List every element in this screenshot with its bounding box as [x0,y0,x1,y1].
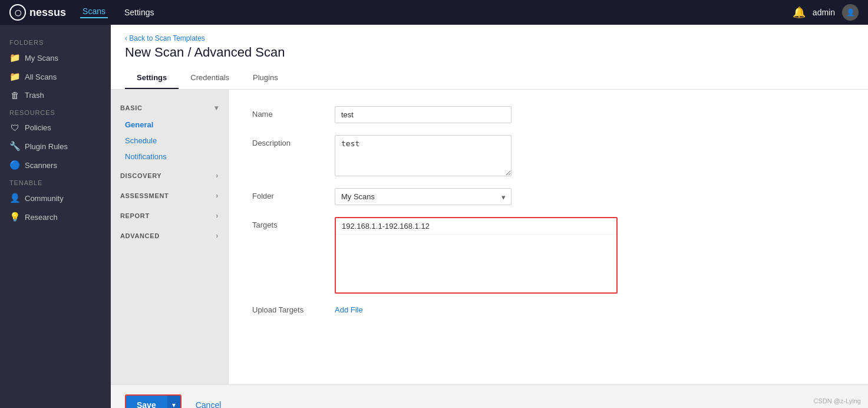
trash-label: Trash [25,91,44,100]
panel-section-advanced: ADVANCED › [111,227,228,245]
research-label: Research [25,213,58,222]
save-button[interactable]: Save [126,396,167,408]
topnav: ◯ nessus Scans Settings 🔔 admin 👤 [0,0,868,25]
tab-credentials[interactable]: Credentials [179,67,241,89]
logo-circle: ◯ [9,4,26,21]
name-label: Name [252,106,335,119]
bell-icon[interactable]: 🔔 [793,6,806,19]
panel-sub-notifications[interactable]: Notifications [111,149,228,164]
trash-icon: 🗑 [9,90,20,100]
main-content: Back to Scan Templates New Scan / Advanc… [111,25,868,408]
avatar: 👤 [842,4,859,21]
sidebar-item-plugin-rules[interactable]: 🔧 Plugin Rules [0,137,111,156]
sidebar-item-trash[interactable]: 🗑 Trash [0,86,111,104]
save-btn-wrapper: Save ▾ [125,394,181,408]
panel-section-assessment: ASSESSMENT › [111,187,228,205]
advanced-label: ADVANCED [120,232,160,239]
report-header[interactable]: REPORT › [111,207,228,225]
panel-section-discovery: DISCOVERY › [111,167,228,185]
sidebar-item-all-scans[interactable]: 📁 All Scans [0,67,111,86]
resources-label: RESOURCES [0,104,111,119]
targets-label: Targets [252,217,335,229]
basic-chevron: ▾ [214,104,219,112]
sidebar-item-community[interactable]: 👤 Community [0,189,111,208]
cancel-button[interactable]: Cancel [189,396,229,408]
nav-scans[interactable]: Scans [80,6,108,18]
research-icon: 💡 [9,212,20,222]
targets-input[interactable] [336,218,616,235]
folder-select-wrapper: My Scans All Scans ▾ [335,188,511,205]
upload-targets-row: Upload Targets Add File [252,305,844,314]
content-area: BASIC ▾ General Schedule Notifications D… [111,90,868,384]
basic-header[interactable]: BASIC ▾ [111,99,228,117]
my-scans-label: My Scans [25,54,58,62]
panel-section-report: REPORT › [111,207,228,225]
sidebar-item-my-scans[interactable]: 📁 My Scans [0,48,111,67]
tab-plugins[interactable]: Plugins [241,67,290,89]
plugin-rules-label: Plugin Rules [25,142,68,151]
panel-sub-general[interactable]: General [111,117,228,133]
form-row-description: Description test [252,135,844,176]
assessment-header[interactable]: ASSESSMENT › [111,187,228,205]
tabs: Settings Credentials Plugins [125,67,854,89]
left-panel: BASIC ▾ General Schedule Notifications D… [111,90,229,384]
community-label: Community [25,194,64,203]
sidebar-item-scanners[interactable]: 🔵 Scanners [0,156,111,175]
save-dropdown-button[interactable]: ▾ [167,396,180,408]
scanners-label: Scanners [25,161,57,170]
discovery-chevron: › [216,172,219,180]
tab-settings[interactable]: Settings [125,67,179,89]
report-label: REPORT [120,212,150,219]
advanced-header[interactable]: ADVANCED › [111,227,228,245]
assessment-label: ASSESSMENT [120,192,169,199]
description-label: Description [252,135,335,147]
my-scans-icon: 📁 [9,52,20,63]
folders-label: FOLDERS [0,34,111,48]
folder-select[interactable]: My Scans All Scans [335,188,511,205]
sidebar-item-policies[interactable]: 🛡 Policies [0,119,111,137]
form-row-targets: Targets [252,217,844,294]
breadcrumb-back[interactable]: Back to Scan Templates [125,34,854,42]
logo-text: nessus [29,6,66,19]
bottom-bar: Save ▾ Cancel [111,384,868,408]
form-row-folder: Folder My Scans All Scans ▾ [252,188,844,205]
topnav-right: 🔔 admin 👤 [793,4,859,21]
panel-sub-schedule[interactable]: Schedule [111,133,228,149]
policies-label: Policies [25,123,51,132]
sidebar: FOLDERS 📁 My Scans 📁 All Scans 🗑 Trash R… [0,25,111,408]
advanced-chevron: › [216,232,219,240]
all-scans-icon: 📁 [9,71,20,82]
plugin-rules-icon: 🔧 [9,141,20,152]
form-panel: Name Description test Folder My Scans Al… [229,90,868,384]
form-row-name: Name [252,106,844,123]
sidebar-item-research[interactable]: 💡 Research [0,208,111,226]
page-title: New Scan / Advanced Scan [125,45,854,60]
page-header: Back to Scan Templates New Scan / Advanc… [111,25,868,90]
scanners-icon: 🔵 [9,160,20,170]
targets-wrapper [335,217,844,294]
discovery-label: DISCOVERY [120,172,161,179]
watermark: CSDN @z-Lying [814,397,861,404]
targets-box [335,217,618,294]
basic-label: BASIC [120,104,143,111]
logo: ◯ nessus [9,4,66,21]
upload-targets-label: Upload Targets [252,305,335,314]
report-chevron: › [216,212,219,220]
assessment-chevron: › [216,192,219,200]
tenable-label: TENABLE [0,175,111,189]
policies-icon: 🛡 [9,123,20,133]
panel-section-basic: BASIC ▾ General Schedule Notifications [111,99,228,164]
all-scans-label: All Scans [25,73,57,81]
nav-settings[interactable]: Settings [122,8,157,17]
folder-label: Folder [252,188,335,200]
community-icon: 👤 [9,193,20,203]
admin-label: admin [813,8,835,17]
discovery-header[interactable]: DISCOVERY › [111,167,228,185]
targets-textarea[interactable] [336,235,616,292]
name-input[interactable] [335,106,511,123]
description-input[interactable]: test [335,135,511,176]
add-file-link[interactable]: Add File [335,305,363,314]
